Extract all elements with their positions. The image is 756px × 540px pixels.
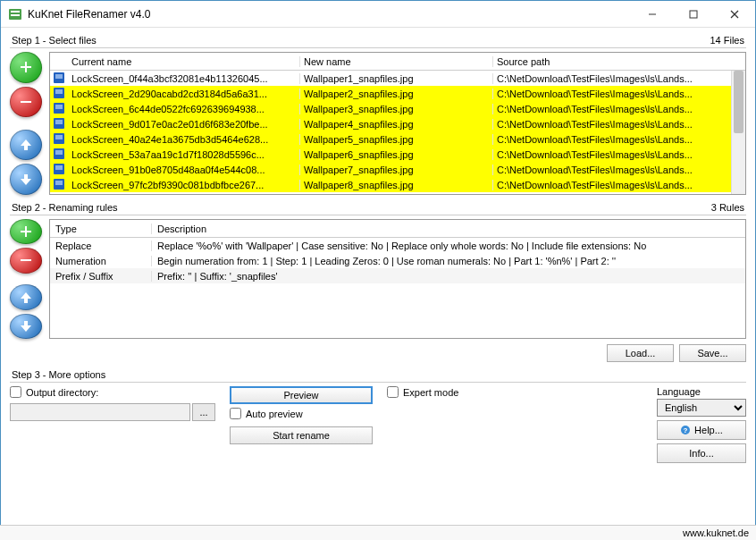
cell-new-name: Wallpaper2_snapfiles.jpg xyxy=(300,89,493,99)
rule-row[interactable]: Prefix / SuffixPrefix: '' | Suffix: '_sn… xyxy=(50,268,745,283)
cell-new-name: Wallpaper3_snapfiles.jpg xyxy=(300,104,493,114)
preview-button[interactable]: Preview xyxy=(230,386,373,404)
rules-grid[interactable]: Type Description ReplaceReplace '%o%' wi… xyxy=(49,219,746,339)
cell-description: Replace '%o%' with 'Wallpaper' | Case se… xyxy=(152,240,745,251)
move-down-button[interactable] xyxy=(10,164,42,195)
rule-move-down-button[interactable] xyxy=(10,314,42,339)
cell-new-name: Wallpaper5_snapfiles.jpg xyxy=(300,134,493,145)
col-current-name[interactable]: Current name xyxy=(68,56,300,67)
svg-rect-11 xyxy=(55,89,63,94)
close-button[interactable] xyxy=(714,1,755,28)
files-scrollbar[interactable] xyxy=(731,71,745,194)
window-title: KuKnet FileRenamer v4.0 xyxy=(28,8,632,21)
help-button[interactable]: ? Help... xyxy=(657,420,746,440)
start-rename-button[interactable]: Start rename xyxy=(230,426,373,444)
table-row[interactable]: LockScreen_53a7aa19c1d7f18028d5596c...Wa… xyxy=(50,147,745,162)
svg-rect-19 xyxy=(55,150,63,155)
language-label: Language xyxy=(657,386,746,397)
scrollbar-thumb[interactable] xyxy=(734,71,743,133)
maximize-button[interactable] xyxy=(673,1,714,28)
move-up-button[interactable] xyxy=(10,130,42,161)
cell-current-name: LockScreen_9d017e0ac2e01d6f683e20fbe... xyxy=(68,119,300,130)
file-icon xyxy=(50,72,68,86)
app-icon xyxy=(8,7,22,21)
help-icon: ? xyxy=(680,425,691,435)
step1-header: Step 1 - Select files 14 Files xyxy=(10,35,746,46)
cell-current-name: LockScreen_40a24e1a3675db3d5464e628... xyxy=(68,134,300,145)
cell-description: Begin numeration from: 1 | Step: 1 | Lea… xyxy=(152,256,745,266)
rule-row[interactable]: NumerationBegin numeration from: 1 | Ste… xyxy=(50,253,745,268)
col-new-name[interactable]: New name xyxy=(300,56,493,67)
files-grid[interactable]: Current name New name Source path LockSc… xyxy=(49,52,746,195)
cell-source-path: C:\NetDownload\TestFiles\Images\ls\Lands… xyxy=(493,104,745,114)
expert-mode-checkbox[interactable] xyxy=(387,386,399,398)
col-source-path[interactable]: Source path xyxy=(493,56,745,67)
table-row[interactable]: LockScreen_6c44de0522fc692639694938...Wa… xyxy=(50,101,745,116)
cell-source-path: C:\NetDownload\TestFiles\Images\ls\Lands… xyxy=(493,165,745,175)
table-row[interactable]: LockScreen_0f44a3bcf32081e4b11326045...W… xyxy=(50,71,745,86)
svg-rect-4 xyxy=(690,11,697,18)
output-dir-checkbox-row[interactable]: Output directory: xyxy=(10,386,215,398)
remove-rule-button[interactable] xyxy=(10,248,42,273)
file-icon xyxy=(50,87,68,101)
cell-description: Prefix: '' | Suffix: '_snapfiles' xyxy=(152,271,745,282)
svg-rect-15 xyxy=(55,120,63,124)
cell-source-path: C:\NetDownload\TestFiles\Images\ls\Lands… xyxy=(493,180,745,190)
table-row[interactable]: LockScreen_97fc2bf9390c081bdbfbce267...W… xyxy=(50,177,745,192)
add-file-button[interactable] xyxy=(10,52,42,83)
step1-label: Step 1 - Select files xyxy=(12,35,97,46)
cell-source-path: C:\NetDownload\TestFiles\Images\ls\Lands… xyxy=(493,119,745,130)
expert-mode-row[interactable]: Expert mode xyxy=(387,386,643,398)
output-dir-input xyxy=(10,403,190,421)
table-row[interactable]: LockScreen_91b0e8705d48aa0f4e544c08...Wa… xyxy=(50,162,745,177)
cell-current-name: LockScreen_53a7aa19c1d7f18028d5596c... xyxy=(68,149,300,160)
rule-move-up-button[interactable] xyxy=(10,284,42,309)
svg-text:?: ? xyxy=(684,426,688,435)
col-description[interactable]: Description xyxy=(152,224,745,234)
file-icon xyxy=(50,102,68,116)
svg-rect-1 xyxy=(11,11,20,13)
cell-current-name: LockScreen_6c44de0522fc692639694938... xyxy=(68,104,300,114)
divider xyxy=(10,382,746,383)
load-button[interactable]: Load... xyxy=(607,344,674,362)
expert-mode-label: Expert mode xyxy=(403,387,458,398)
cell-new-name: Wallpaper8_snapfiles.jpg xyxy=(300,180,493,190)
add-rule-button[interactable] xyxy=(10,219,42,244)
remove-file-button[interactable] xyxy=(10,87,42,118)
auto-preview-checkbox[interactable] xyxy=(230,408,241,419)
save-button[interactable]: Save... xyxy=(679,344,746,362)
language-select[interactable]: English xyxy=(657,399,746,417)
rule-row[interactable]: ReplaceReplace '%o%' with 'Wallpaper' | … xyxy=(50,238,745,253)
file-icon xyxy=(50,132,68,147)
step1-count: 14 Files xyxy=(710,35,744,46)
cell-type: Numeration xyxy=(50,256,152,266)
step2-label: Step 2 - Renaming rules xyxy=(12,202,118,213)
col-type[interactable]: Type xyxy=(50,224,152,234)
svg-rect-24 xyxy=(21,259,31,261)
table-row[interactable]: LockScreen_9d017e0ac2e01d6f683e20fbe...W… xyxy=(50,116,745,131)
step3-label: Step 3 - More options xyxy=(12,369,105,380)
info-button[interactable]: Info... xyxy=(657,443,746,463)
file-icon xyxy=(50,178,68,192)
cell-source-path: C:\NetDownload\TestFiles\Images\ls\Lands… xyxy=(493,73,745,84)
rules-grid-header: Type Description xyxy=(50,220,745,238)
svg-rect-13 xyxy=(55,105,63,109)
step2-count: 3 Rules xyxy=(711,202,744,213)
files-grid-header: Current name New name Source path xyxy=(50,53,745,71)
cell-source-path: C:\NetDownload\TestFiles\Images\ls\Lands… xyxy=(493,89,745,99)
file-icon xyxy=(50,117,68,131)
svg-rect-17 xyxy=(55,135,63,139)
table-row[interactable]: LockScreen_40a24e1a3675db3d5464e628...Wa… xyxy=(50,131,745,147)
table-row[interactable]: LockScreen_2d290acabd2cd3184d5a6a31...Wa… xyxy=(50,86,745,101)
step3-header: Step 3 - More options xyxy=(10,369,746,380)
footer-url: www.kuknet.de xyxy=(683,527,749,538)
cell-new-name: Wallpaper4_snapfiles.jpg xyxy=(300,119,493,130)
divider xyxy=(10,215,746,215)
output-dir-checkbox[interactable] xyxy=(10,386,21,398)
browse-button[interactable]: ... xyxy=(192,403,215,421)
svg-rect-9 xyxy=(55,74,63,79)
footer: www.kuknet.de xyxy=(0,525,756,540)
auto-preview-row[interactable]: Auto preview xyxy=(230,408,373,419)
minimize-button[interactable] xyxy=(632,1,673,28)
file-icon xyxy=(50,148,68,162)
